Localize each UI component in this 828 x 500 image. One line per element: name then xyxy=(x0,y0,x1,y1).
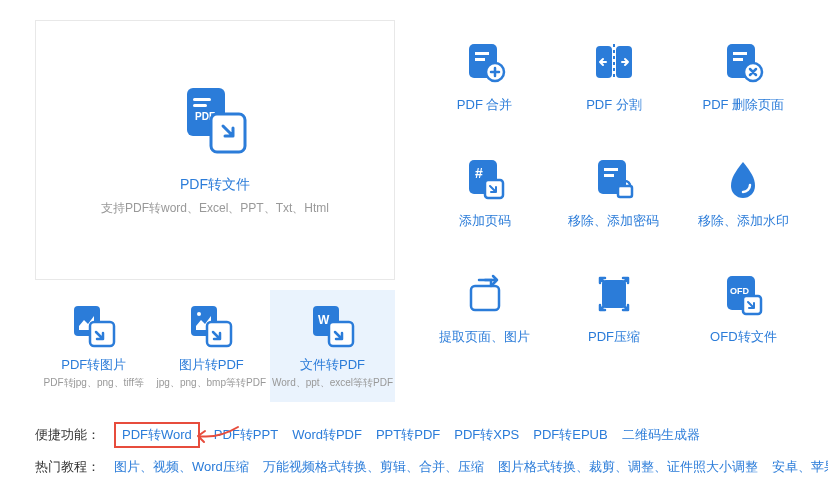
add-page-number-card[interactable]: # 添加页码 xyxy=(420,136,549,242)
pdf-to-file-card[interactable]: PDF PDF转文件 支持PDF转word、Excel、PPT、Txt、Html xyxy=(35,20,395,280)
svg-rect-30 xyxy=(618,186,632,197)
tutorial-header: 热门教程： xyxy=(35,458,100,476)
lock-icon xyxy=(590,154,638,202)
pdf-file-icon: PDF xyxy=(175,84,255,164)
svg-rect-14 xyxy=(475,52,489,55)
tutorial-link[interactable]: 安卓、苹果手机投屏到 xyxy=(772,458,828,476)
svg-rect-29 xyxy=(604,174,614,177)
shortcut-link[interactable]: PDF转XPS xyxy=(454,426,519,444)
pdf-merge-card[interactable]: PDF 合并 xyxy=(420,20,549,126)
password-card[interactable]: 移除、添加密码 xyxy=(549,136,678,242)
shortcut-link[interactable]: Word转PDF xyxy=(292,426,362,444)
svg-point-8 xyxy=(197,312,201,316)
svg-text:#: # xyxy=(475,165,483,181)
svg-rect-22 xyxy=(733,58,743,61)
shortcut-row: 便捷功能： PDF转Word PDF转PPT Word转PDF PPT转PDF … xyxy=(35,422,793,448)
svg-rect-28 xyxy=(604,168,618,171)
shortcut-link[interactable]: PDF转EPUB xyxy=(533,426,607,444)
svg-rect-21 xyxy=(733,52,747,55)
tutorial-row: 热门教程： 图片、视频、Word压缩 万能视频格式转换、剪辑、合并、压缩 图片格… xyxy=(35,458,793,476)
page-number-icon: # xyxy=(461,154,509,202)
pdf-to-image-icon xyxy=(70,302,118,350)
watermark-card[interactable]: 移除、添加水印 xyxy=(679,136,808,242)
svg-rect-2 xyxy=(193,104,207,107)
tutorial-link[interactable]: 图片格式转换、裁剪、调整、证件照大小调整 xyxy=(498,458,758,476)
file-to-pdf-card[interactable]: W 文件转PDF Word、ppt、excel等转PDF xyxy=(270,290,395,402)
shortcut-header: 便捷功能： xyxy=(35,426,100,444)
svg-rect-1 xyxy=(193,98,211,101)
shortcut-link[interactable]: PDF转Word xyxy=(122,427,192,442)
tutorial-link[interactable]: 图片、视频、Word压缩 xyxy=(114,458,249,476)
ofd-convert-card[interactable]: OFD OFD转文件 xyxy=(679,252,808,358)
shortcut-link[interactable]: 二维码生成器 xyxy=(622,426,700,444)
delete-page-icon xyxy=(719,38,767,86)
svg-text:OFD: OFD xyxy=(730,286,749,296)
extract-card[interactable]: 提取页面、图片 xyxy=(420,252,549,358)
watermark-icon xyxy=(719,154,767,202)
svg-rect-15 xyxy=(475,58,485,61)
svg-rect-31 xyxy=(471,286,499,310)
image-to-pdf-card[interactable]: 图片转PDF jpg、png、bmp等转PDF xyxy=(153,290,271,402)
pdf-compress-card[interactable]: PDF压缩 xyxy=(549,252,678,358)
ofd-icon: OFD xyxy=(719,270,767,318)
arrow-annotation-icon xyxy=(193,424,243,444)
shortcut-link[interactable]: PPT转PDF xyxy=(376,426,440,444)
highlighted-shortcut: PDF转Word xyxy=(114,422,200,448)
split-icon xyxy=(590,38,638,86)
image-to-pdf-icon xyxy=(187,302,235,350)
compress-icon xyxy=(590,270,638,318)
merge-icon xyxy=(461,38,509,86)
pdf-split-card[interactable]: PDF 分割 xyxy=(549,20,678,126)
pdf-to-image-card[interactable]: PDF转图片 PDF转jpg、png、tiff等 xyxy=(35,290,153,402)
file-to-pdf-icon: W xyxy=(309,302,357,350)
main-card-subtitle: 支持PDF转word、Excel、PPT、Txt、Html xyxy=(101,200,329,217)
extract-icon xyxy=(461,270,509,318)
pdf-delete-page-card[interactable]: PDF 删除页面 xyxy=(679,20,808,126)
tutorial-link[interactable]: 万能视频格式转换、剪辑、合并、压缩 xyxy=(263,458,484,476)
main-card-title: PDF转文件 xyxy=(180,176,250,194)
